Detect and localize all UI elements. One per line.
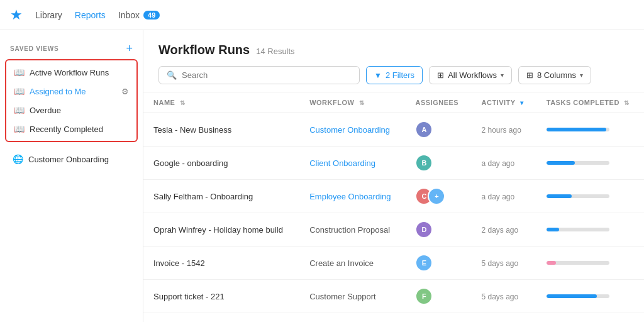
sort-icon[interactable]: ⇅ (180, 99, 186, 106)
sidebar-label: Recently Completed (30, 125, 129, 134)
workflow-link[interactable]: Customer Onboarding (309, 125, 390, 135)
cell-tasks-completed (536, 280, 644, 313)
sort-icon[interactable]: ⇅ (624, 99, 630, 106)
cell-name: Support ticket - 220 (143, 313, 299, 323)
all-workflows-dropdown[interactable]: ⊞ All Workflows ▾ (429, 66, 512, 84)
cell-name: Support ticket - 221 (143, 280, 299, 313)
sidebar-item-assigned-to-me[interactable]: 📖 Assigned to Me ⚙ (6, 82, 136, 101)
sidebar-item-recently-completed[interactable]: 📖 Recently Completed (6, 119, 136, 138)
cell-tasks-completed (536, 180, 644, 213)
main-header: Workflow Runs 14 Results 🔍 ▼ 2 Filters ⊞… (143, 30, 644, 92)
cell-tasks-completed (536, 213, 644, 247)
avatar: A (415, 121, 433, 138)
workflow-runs-table: NAME ⇅ WORKFLOW ⇅ ASSIGNEES ACTIVITY ▾ T… (143, 92, 644, 322)
col-tasks-completed: TASKS COMPLETED ⇅ (536, 92, 644, 113)
sidebar-label: Customer Onboarding (28, 155, 130, 164)
table-header-row: NAME ⇅ WORKFLOW ⇅ ASSIGNEES ACTIVITY ▾ T… (143, 92, 644, 113)
chevron-down-icon: ▾ (580, 72, 583, 79)
cell-activity: 5 days ago (472, 280, 536, 313)
progress-bar-container (547, 194, 609, 198)
cell-workflow: Customer Support (299, 280, 405, 313)
table-row: Sally Feltham - OnboardingEmployee Onboa… (143, 180, 644, 213)
cell-assignees: E (405, 247, 471, 280)
sort-icon[interactable]: ⇅ (359, 99, 365, 106)
avatar: D (415, 221, 433, 238)
progress-bar (547, 194, 572, 198)
columns-label: 8 Columns (537, 70, 576, 80)
progress-bar-container (547, 294, 609, 298)
cell-activity: 2 days ago (472, 213, 536, 247)
columns-dropdown[interactable]: ⊞ 8 Columns ▾ (518, 66, 591, 84)
inbox-badge: 49 (143, 11, 160, 19)
cell-assignees: G (405, 313, 471, 323)
toolbar: 🔍 ▼ 2 Filters ⊞ All Workflows ▾ ⊞ 8 Colu… (158, 66, 629, 84)
cell-name: Invoice - 1542 (143, 247, 299, 280)
workflow-link[interactable]: Employee Onboarding (309, 192, 391, 201)
nav-inbox[interactable]: Inbox 49 (118, 10, 160, 20)
sidebar-item-active-workflow-runs[interactable]: 📖 Active Workflow Runs (6, 63, 136, 82)
nav-library[interactable]: Library (35, 10, 62, 20)
cell-name: Tesla - New Business (143, 113, 299, 147)
table-row: Oprah Winfrey - Holiday home buildConstr… (143, 213, 644, 247)
book-icon: 📖 (14, 105, 25, 115)
table-row: Support ticket - 220Customer SupportG5 d… (143, 313, 644, 323)
cell-workflow[interactable]: Client Onboarding (299, 147, 405, 180)
filter-icon: ▼ (374, 71, 382, 80)
progress-bar-container (547, 228, 609, 231)
table-row: Tesla - New BusinessCustomer OnboardingA… (143, 113, 644, 147)
saved-views-group: 📖 Active Workflow Runs 📖 Assigned to Me … (5, 59, 138, 142)
all-workflows-label: All Workflows (448, 70, 497, 80)
cell-activity: 5 days ago (472, 247, 536, 280)
search-input[interactable] (182, 70, 352, 80)
avatar: + (428, 187, 445, 205)
progress-bar (547, 161, 575, 165)
cell-assignees: F (405, 280, 471, 313)
cell-activity: a day ago (472, 180, 536, 213)
sidebar-item-customer-onboarding[interactable]: 🌐 Customer Onboarding (5, 150, 138, 169)
main-content: Workflow Runs 14 Results 🔍 ▼ 2 Filters ⊞… (143, 30, 644, 322)
columns-icon: ⊞ (437, 70, 444, 80)
sidebar-label: Overdue (30, 106, 129, 115)
sidebar-item-overdue[interactable]: 📖 Overdue (6, 101, 136, 119)
activity-text: 5 days ago (482, 292, 519, 301)
avatar: E (415, 254, 433, 272)
book-icon: 📖 (14, 124, 25, 134)
nav-reports[interactable]: Reports (75, 10, 106, 20)
sort-icon-active[interactable]: ▾ (520, 99, 524, 106)
chevron-down-icon: ▾ (501, 72, 504, 79)
col-activity: ACTIVITY ▾ (472, 92, 536, 113)
search-box[interactable]: 🔍 (158, 66, 360, 84)
cell-name: Google - onboarding (143, 147, 299, 180)
cell-workflow[interactable]: Employee Onboarding (299, 180, 405, 213)
saved-views-title: SAVED VIEWS (10, 45, 59, 52)
cell-activity: 5 days ago (472, 313, 536, 323)
cell-name: Oprah Winfrey - Holiday home build (143, 213, 299, 247)
filter-label: 2 Filters (386, 70, 414, 80)
progress-bar-container (547, 161, 609, 165)
sidebar-header: SAVED VIEWS + (0, 40, 143, 59)
activity-text: 2 hours ago (482, 126, 521, 135)
cell-assignees: A (405, 113, 471, 147)
topnav: ★ Library Reports Inbox 49 (0, 0, 644, 30)
progress-bar (547, 128, 606, 131)
results-count: 14 Results (256, 47, 294, 56)
workflow-link[interactable]: Client Onboarding (309, 158, 375, 168)
cell-activity: a day ago (472, 147, 536, 180)
sidebar-other-items: 🌐 Customer Onboarding (0, 147, 143, 171)
search-icon: 🔍 (167, 70, 177, 80)
progress-bar (547, 294, 597, 298)
cell-workflow: Customer Support (299, 313, 405, 323)
logo-icon: ★ (10, 7, 23, 23)
columns-icon: ⊞ (526, 70, 533, 80)
add-saved-view-button[interactable]: + (126, 43, 133, 54)
sidebar-label: Assigned to Me (30, 87, 116, 96)
cell-tasks-completed (536, 147, 644, 180)
page-title: Workflow Runs (158, 43, 250, 57)
cell-workflow[interactable]: Customer Onboarding (299, 113, 405, 147)
filter-button[interactable]: ▼ 2 Filters (366, 66, 423, 84)
globe-icon: 🌐 (13, 154, 23, 164)
cell-activity: 2 hours ago (472, 113, 536, 147)
book-icon: 📖 (14, 86, 25, 96)
cell-assignees: C+ (405, 180, 471, 213)
gear-icon[interactable]: ⚙ (121, 87, 129, 96)
